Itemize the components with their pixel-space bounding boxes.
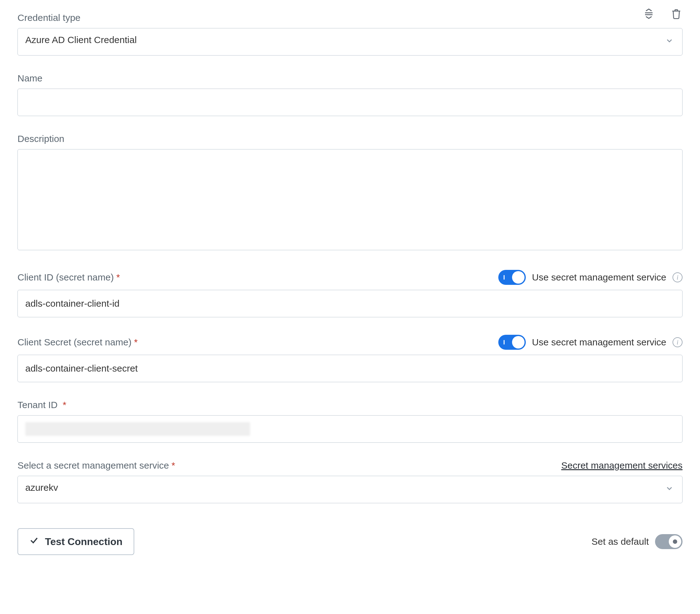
field-client-id: Client ID (secret name) * I Use secret m…	[17, 270, 683, 317]
client-secret-toggle-label: Use secret management service	[532, 337, 666, 348]
info-icon[interactable]: i	[673, 272, 683, 282]
description-label: Description	[17, 133, 683, 144]
set-default-toggle[interactable]	[655, 534, 683, 549]
delete-icon[interactable]	[670, 8, 683, 20]
client-secret-input[interactable]	[17, 355, 683, 382]
credential-type-select-wrap: Azure AD Client Credential	[17, 28, 683, 55]
test-connection-button[interactable]: Test Connection	[17, 528, 134, 555]
field-credential-type: Credential type Azure AD Client Credenti…	[17, 12, 683, 55]
client-id-toggle-label: Use secret management service	[532, 272, 666, 283]
client-secret-secret-toggle[interactable]: I	[498, 335, 526, 350]
secret-management-services-link[interactable]: Secret management services	[561, 460, 683, 471]
field-client-secret: Client Secret (secret name) * I Use secr…	[17, 335, 683, 382]
secret-service-label-row: Select a secret management service * Sec…	[17, 460, 683, 471]
description-textarea[interactable]	[17, 149, 683, 250]
client-id-secret-toggle[interactable]: I	[498, 270, 526, 285]
secret-service-select[interactable]: azurekv	[17, 476, 683, 503]
credential-type-label: Credential type	[17, 12, 683, 23]
secret-service-label: Select a secret management service	[17, 460, 169, 471]
top-right-actions	[642, 8, 683, 20]
set-default-label: Set as default	[592, 536, 649, 547]
client-secret-toggle-row: I Use secret management service i	[498, 335, 683, 350]
secret-service-value: azurekv	[25, 482, 58, 493]
field-tenant-id: Tenant ID *	[17, 400, 683, 443]
credential-type-select[interactable]: Azure AD Client Credential	[17, 28, 683, 55]
test-connection-label: Test Connection	[45, 536, 122, 548]
client-id-input[interactable]	[17, 290, 683, 317]
field-name: Name	[17, 73, 683, 116]
client-id-label-row: Client ID (secret name) * I Use secret m…	[17, 270, 683, 285]
field-secret-service: Select a secret management service * Sec…	[17, 460, 683, 503]
tenant-id-label: Tenant ID	[17, 400, 58, 410]
client-secret-label: Client Secret (secret name)	[17, 337, 132, 348]
field-description: Description	[17, 133, 683, 252]
required-asterisk: *	[116, 272, 120, 283]
required-asterisk: *	[172, 460, 175, 471]
check-icon	[29, 536, 39, 548]
info-icon[interactable]: i	[673, 337, 683, 347]
client-id-label: Client ID (secret name)	[17, 272, 114, 283]
collapse-icon[interactable]	[642, 8, 655, 20]
tenant-id-redacted-value	[25, 422, 250, 436]
tenant-id-input[interactable]	[17, 415, 683, 443]
name-input[interactable]	[17, 89, 683, 116]
credential-type-value: Azure AD Client Credential	[25, 35, 137, 45]
secret-service-select-wrap: azurekv	[17, 476, 683, 503]
required-asterisk: *	[63, 400, 66, 410]
form-footer: Test Connection Set as default	[17, 528, 683, 555]
credential-form: Credential type Azure AD Client Credenti…	[0, 0, 700, 574]
client-secret-label-row: Client Secret (secret name) * I Use secr…	[17, 335, 683, 350]
set-default-row: Set as default	[592, 534, 683, 549]
name-label: Name	[17, 73, 683, 84]
required-asterisk: *	[134, 337, 138, 348]
client-id-toggle-row: I Use secret management service i	[498, 270, 683, 285]
